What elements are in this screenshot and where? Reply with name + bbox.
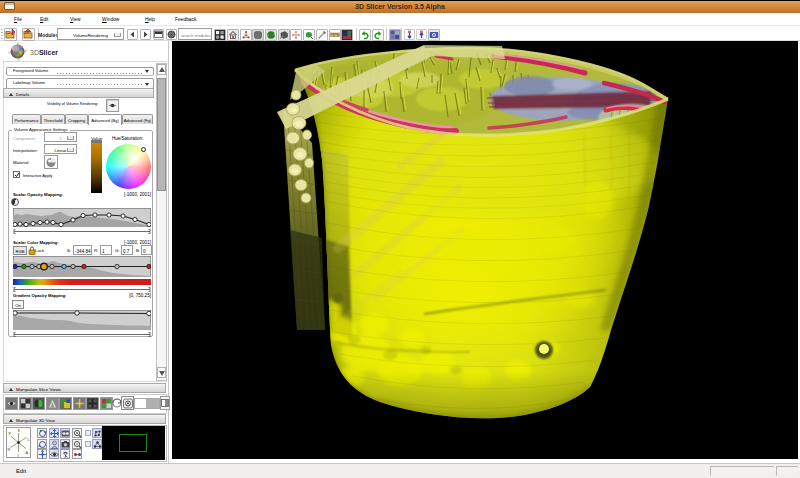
svg-text:L: L <box>28 438 30 442</box>
svg-text:R: R <box>8 448 11 452</box>
svg-text:I: I <box>18 454 19 458</box>
